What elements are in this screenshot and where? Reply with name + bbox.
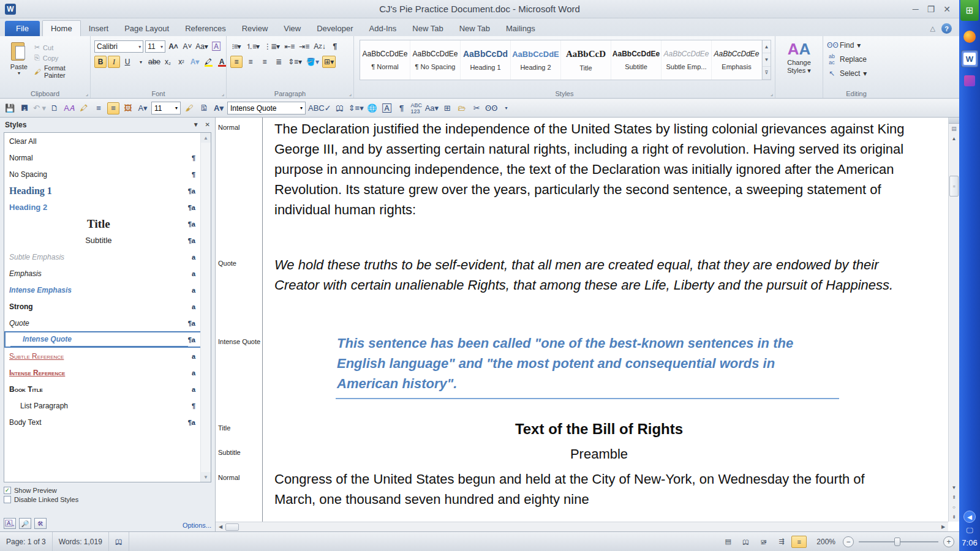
align-left-tool-icon[interactable]: ≡ <box>92 102 105 114</box>
paragraph-quote[interactable]: We hold these truths to be self-evident,… <box>274 255 905 295</box>
save-as-icon[interactable]: 🖪 <box>18 102 31 114</box>
align-justify-tool-icon[interactable]: ≡ <box>107 102 119 114</box>
outline-view-icon[interactable]: ⇶ <box>774 536 789 548</box>
grow-font-button[interactable]: A˄ <box>167 40 179 53</box>
close-button[interactable]: ✕ <box>943 5 951 13</box>
style-item-body-text[interactable]: Body Text ¶a <box>4 414 200 430</box>
tab-new-tab-2[interactable]: New Tab <box>451 21 498 36</box>
format-brush-icon[interactable]: 🖌 <box>183 102 195 114</box>
style-no-spacing[interactable]: AaBbCcDdEe ¶ No Spacing <box>410 40 461 80</box>
style-item-emphasis[interactable]: Emphasis a <box>4 265 200 282</box>
ruler-toggle-icon[interactable]: ▤ <box>949 124 959 133</box>
web-layout-view-icon[interactable]: 🖳 <box>756 536 771 548</box>
collapse-ribbon-icon[interactable]: △ <box>930 24 935 32</box>
style-item-quote[interactable]: Quote ¶a <box>4 315 200 331</box>
strikethrough-button[interactable]: abe <box>148 56 160 68</box>
horizontal-scroll-thumb[interactable] <box>225 523 239 531</box>
paste-button[interactable]: Paste ▾ <box>4 39 34 88</box>
contact-icon[interactable]: 🌐 <box>366 102 379 114</box>
replace-button[interactable]: abac Replace <box>827 53 886 66</box>
font-color-tool-icon[interactable]: A▾ <box>137 102 149 114</box>
zoom-slider-thumb[interactable] <box>894 538 900 546</box>
line-spacing-tool-icon[interactable]: ⇕≡▾ <box>349 102 364 114</box>
undo-icon[interactable]: ↶ ▾ <box>33 102 46 114</box>
bullets-button[interactable]: ⁝≡▾ <box>230 40 243 53</box>
new-document-icon[interactable]: 🗋 <box>48 102 61 114</box>
style-heading-2[interactable]: AaBbCcDdE Heading 2 <box>511 40 561 80</box>
style-item-normal[interactable]: Normal ¶ <box>4 149 200 166</box>
gallery-scroll-up-icon[interactable]: ▲ <box>763 40 771 53</box>
eraser-icon[interactable]: 🄰 <box>381 102 393 114</box>
style-item-intense-quote-selected[interactable]: Intense Quote ¶a <box>4 331 202 348</box>
shrink-font-button[interactable]: A˅ <box>181 40 194 53</box>
bold-button[interactable]: B <box>94 56 107 68</box>
style-combo[interactable]: Intense Quote▾ <box>227 102 306 114</box>
tab-home[interactable]: Home <box>42 20 81 36</box>
tab-add-ins[interactable]: Add-Ins <box>361 21 405 36</box>
new-style-button[interactable]: 🄰₊ <box>4 518 16 529</box>
cut-button[interactable]: ✂ Cut <box>34 43 86 51</box>
font-name-combo[interactable]: Calibri▾ <box>94 40 143 53</box>
toolbar-overflow-icon[interactable]: ▾ <box>500 102 513 114</box>
text-effects-button[interactable]: A▾ <box>189 56 201 68</box>
start-button[interactable]: ⊞ <box>960 0 979 21</box>
highlight-button[interactable]: 🖍 <box>202 56 214 68</box>
styles-pane-close-icon[interactable]: ✕ <box>205 121 210 128</box>
sort-button[interactable]: AZ↓ <box>312 40 327 53</box>
format-painter-button[interactable]: 🖌 Format Painter <box>34 64 86 79</box>
font-color-button[interactable]: A <box>216 56 228 68</box>
next-page-icon[interactable]: ⇟ <box>949 512 959 522</box>
select-button[interactable]: ↖ Select ▾ <box>827 69 886 78</box>
options-link[interactable]: Options... <box>183 522 211 529</box>
read-mode-icon[interactable]: 🕮 <box>334 102 346 114</box>
tab-file[interactable]: File <box>5 21 40 36</box>
document-page[interactable]: The Declaration justified the independen… <box>263 118 948 522</box>
insert-table-icon[interactable]: ⊞ <box>441 102 453 114</box>
clipboard-dialog-launcher[interactable]: ⌟ <box>86 91 88 97</box>
manage-styles-button[interactable]: 🛠 <box>34 518 47 529</box>
copy-button[interactable]: ⎘ Copy <box>34 54 86 62</box>
styles-pane-menu-icon[interactable]: ▼ <box>193 121 199 128</box>
style-item-subtle-reference[interactable]: Subtle Reference a <box>4 348 200 364</box>
spelling-icon[interactable]: ABC✓ <box>308 102 331 114</box>
style-item-book-title[interactable]: Book Title a <box>4 381 200 397</box>
change-styles-button[interactable]: AA Change Styles ▾ <box>775 36 823 98</box>
increase-indent-button[interactable]: ⇥≡ <box>298 40 311 53</box>
style-title[interactable]: AaBbCcD Title <box>561 40 611 80</box>
styles-dialog-launcher[interactable]: ⌟ <box>771 91 773 97</box>
restore-button[interactable]: ❐ <box>927 5 935 13</box>
vertical-scroll-thumb[interactable]: ≡ <box>949 176 959 197</box>
justify-button[interactable]: ≣ <box>273 56 285 68</box>
font-dialog-icon[interactable]: A𝐴 <box>63 102 75 114</box>
style-item-list-paragraph[interactable]: List Paragraph ¶ <box>4 397 200 414</box>
previous-page-icon[interactable]: ⇞ <box>949 492 959 502</box>
line-spacing-button[interactable]: ⇕≡▾ <box>287 56 303 68</box>
taskbar-app-icon[interactable] <box>961 72 978 89</box>
vertical-scrollbar[interactable]: ▤ ▲ ≡ ▼ ⇞ ○ ⇟ <box>948 118 959 522</box>
minimize-button[interactable]: ─ <box>913 5 919 13</box>
style-item-clear-all[interactable]: Clear All <box>4 133 200 149</box>
paragraph-normal-2[interactable]: Congress of the United States begun and … <box>274 469 905 509</box>
taskbar-firefox-icon[interactable] <box>961 28 978 45</box>
style-heading-1[interactable]: AaBbCcDd Heading 1 <box>461 40 511 80</box>
font-color-a-icon[interactable]: A▾ <box>213 102 225 114</box>
multilevel-list-button[interactable]: ⋮≣▾ <box>263 40 281 53</box>
paragraph-subtitle[interactable]: Preamble <box>274 444 924 464</box>
scroll-up-icon[interactable]: ▲ <box>949 133 959 143</box>
find-tool-icon[interactable]: ꙨꙨ <box>485 102 497 114</box>
tray-network-icon[interactable]: 🖵 <box>967 527 973 534</box>
show-preview-checkbox[interactable]: ✓Show Preview <box>4 487 211 494</box>
cut-tool-icon[interactable]: ✂ <box>470 102 483 114</box>
align-right-button[interactable]: ≡ <box>258 56 271 68</box>
styles-scroll-up-icon[interactable]: ▲ <box>201 133 211 143</box>
style-item-title[interactable]: Title ¶a <box>4 216 200 232</box>
help-icon[interactable]: ? <box>941 23 952 34</box>
tab-mailings[interactable]: Mailings <box>498 21 543 36</box>
page-indicator[interactable]: Page: 1 of 3 <box>0 532 53 551</box>
style-subtitle[interactable]: AaBbCcDdEe Subtitle <box>611 40 662 80</box>
paragraph-normal-1[interactable]: The Declaration justified the independen… <box>274 119 905 220</box>
paragraph-title[interactable]: Text of the Bill of Rights <box>274 419 924 439</box>
style-inspector-button[interactable]: 🔎 <box>19 518 31 529</box>
shading-button[interactable]: 🪣▾ <box>305 56 320 68</box>
scroll-left-icon[interactable]: ◀ <box>216 522 225 531</box>
